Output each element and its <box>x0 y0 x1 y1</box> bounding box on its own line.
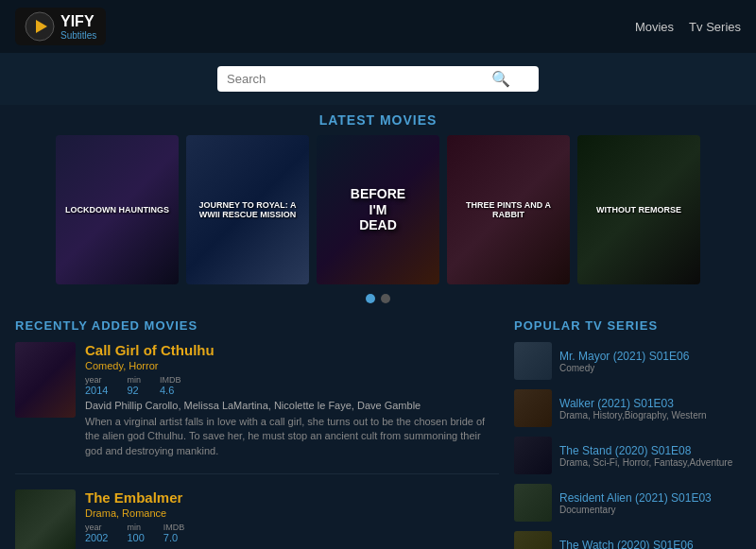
search-area: 🔍 <box>0 53 756 105</box>
main-content: RECENTLY ADDED MOVIES Call Girl of Cthul… <box>0 318 756 549</box>
meta-year-value: 2014 <box>85 385 108 396</box>
poster-remorse-label: WITHOUT REMORSE <box>593 201 685 218</box>
tv-title-mayor[interactable]: Mr. Mayor (2021) S01E06 <box>559 350 689 363</box>
meta-min-cthulhu: min 92 <box>127 375 141 396</box>
movie-info-cthulhu: Call Girl of Cthulhu Comedy, Horror year… <box>85 342 499 458</box>
tv-genres-mayor: Comedy <box>559 363 689 373</box>
tv-info-mayor: Mr. Mayor (2021) S01E06 Comedy <box>559 350 689 373</box>
right-sidebar: POPULAR TV SERIES Mr. Mayor (2021) S01E0… <box>514 318 741 549</box>
movie-cast-cthulhu: David Phillip Carollo, Melissa LaMartina… <box>85 400 499 411</box>
carousel-dots <box>15 294 741 303</box>
meta-year-embalmer: year 2002 <box>85 523 108 543</box>
poster-before-label: BEFOREI'MDEAD <box>343 179 413 241</box>
movie-item-cthulhu: Call Girl of Cthulhu Comedy, Horror year… <box>15 342 499 474</box>
meta-imdb-label-e: IMDB <box>163 523 185 532</box>
latest-movies-title: LATEST MOVIES <box>15 112 741 128</box>
movie-genres-embalmer: Drama, Romance <box>85 507 499 519</box>
search-input[interactable] <box>227 72 491 86</box>
meta-year-val-e: 2002 <box>85 532 108 543</box>
tv-item-watch[interactable]: The Watch (2020) S01E06 Sci-Fi,Comedy <box>514 531 741 549</box>
meta-imdb-val-e: 7.0 <box>163 532 178 543</box>
logo-sub-label: Subtitles <box>60 30 96 41</box>
tv-genres-stand: Drama, Sci-Fi, Horror, Fantasy,Adventure <box>559 457 732 468</box>
yify-logo-icon <box>25 11 55 42</box>
movie-desc-cthulhu: When a virginal artist falls in love wit… <box>85 415 499 458</box>
meta-imdb-value: 4.6 <box>160 385 174 396</box>
meta-year-cthulhu: year 2014 <box>85 375 108 396</box>
search-box: 🔍 <box>217 66 539 92</box>
tv-info-stand: The Stand (2020) S01E08 Drama, Sci-Fi, H… <box>559 444 732 468</box>
carousel-dot-2[interactable] <box>381 294 390 303</box>
movie-info-embalmer: The Embalmer Drama, Romance year 2002 mi… <box>85 489 499 549</box>
latest-section: LATEST MOVIES LOCKDOWN HAUNTINGS JOURNEY… <box>0 105 756 318</box>
poster-lockdown[interactable]: LOCKDOWN HAUNTINGS <box>56 135 179 284</box>
movie-thumb-embalmer[interactable] <box>15 489 76 549</box>
tv-thumb-watch <box>514 531 552 549</box>
logo-text: YIFY Subtitles <box>60 13 96 41</box>
movie-thumb-cthulhu[interactable] <box>15 342 76 418</box>
tv-thumb-resident <box>514 484 552 522</box>
tv-title-walker[interactable]: Walker (2021) S01E03 <box>559 397 707 410</box>
header: YIFY Subtitles Movies Tv Series <box>0 0 756 53</box>
carousel-dot-1[interactable] <box>366 294 375 303</box>
meta-min-embalmer: min 100 <box>127 523 144 543</box>
tv-item-mayor[interactable]: Mr. Mayor (2021) S01E06 Comedy <box>514 342 741 380</box>
tv-title-resident[interactable]: Resident Alien (2021) S01E03 <box>559 491 712 505</box>
poster-before[interactable]: BEFOREI'MDEAD <box>317 135 439 284</box>
tv-title-watch[interactable]: The Watch (2020) S01E06 <box>559 539 694 550</box>
movie-meta-cthulhu: year 2014 min 92 IMDB 4.6 <box>85 375 499 396</box>
poster-journey[interactable]: JOURNEY TO ROYAL: A WWII RESCUE MISSION <box>186 135 309 284</box>
poster-journey-label: JOURNEY TO ROYAL: A WWII RESCUE MISSION <box>186 197 309 223</box>
tv-thumb-walker <box>514 389 552 427</box>
tv-genres-walker: Drama, History,Biography, Western <box>559 410 707 420</box>
meta-imdb-label: IMDB <box>160 375 181 385</box>
tv-info-resident: Resident Alien (2021) S01E03 Documentary <box>559 491 712 515</box>
movies-carousel: LOCKDOWN HAUNTINGS JOURNEY TO ROYAL: A W… <box>15 135 741 284</box>
poster-three-label: THREE PINTS AND A RABBIT <box>447 197 570 223</box>
nav: Movies Tv Series <box>635 20 741 34</box>
recently-added: RECENTLY ADDED MOVIES Call Girl of Cthul… <box>15 318 514 549</box>
search-icon[interactable]: 🔍 <box>491 70 510 88</box>
movie-title-embalmer[interactable]: The Embalmer <box>85 489 499 506</box>
tv-title-stand[interactable]: The Stand (2020) S01E08 <box>559 444 732 457</box>
poster-remorse[interactable]: WITHOUT REMORSE <box>577 135 700 284</box>
logo-yify-label: YIFY <box>60 13 96 30</box>
meta-min-label-e: min <box>127 523 144 532</box>
poster-lockdown-label: LOCKDOWN HAUNTINGS <box>61 201 173 218</box>
meta-min-label: min <box>127 375 141 385</box>
tv-info-walker: Walker (2021) S01E03 Drama, History,Biog… <box>559 397 707 420</box>
nav-movies[interactable]: Movies <box>635 20 674 34</box>
tv-thumb-mayor <box>514 342 552 380</box>
movie-meta-embalmer: year 2002 min 100 IMDB 7.0 <box>85 523 499 543</box>
tv-info-watch: The Watch (2020) S01E06 Sci-Fi,Comedy <box>559 539 694 550</box>
meta-min-value: 92 <box>127 385 138 396</box>
poster-three[interactable]: THREE PINTS AND A RABBIT <box>447 135 570 284</box>
meta-imdb-embalmer: IMDB 7.0 <box>163 523 185 543</box>
meta-imdb-cthulhu: IMDB 4.6 <box>160 375 181 396</box>
meta-year-label-e: year <box>85 523 108 532</box>
tv-item-stand[interactable]: The Stand (2020) S01E08 Drama, Sci-Fi, H… <box>514 437 741 474</box>
tv-item-walker[interactable]: Walker (2021) S01E03 Drama, History,Biog… <box>514 389 741 427</box>
movie-item-embalmer: The Embalmer Drama, Romance year 2002 mi… <box>15 489 499 549</box>
nav-tv-series[interactable]: Tv Series <box>689 20 741 34</box>
tv-item-resident[interactable]: Resident Alien (2021) S01E03 Documentary <box>514 484 741 522</box>
tv-thumb-stand <box>514 437 552 474</box>
movie-title-cthulhu[interactable]: Call Girl of Cthulhu <box>85 342 499 358</box>
meta-year-label: year <box>85 375 108 385</box>
meta-min-val-e: 100 <box>127 532 144 543</box>
popular-tv-title: POPULAR TV SERIES <box>514 318 741 333</box>
tv-genres-resident: Documentary <box>559 505 712 515</box>
movie-genres-cthulhu: Comedy, Horror <box>85 360 499 371</box>
logo-area: YIFY Subtitles <box>15 8 106 45</box>
recently-added-title: RECENTLY ADDED MOVIES <box>15 318 499 333</box>
